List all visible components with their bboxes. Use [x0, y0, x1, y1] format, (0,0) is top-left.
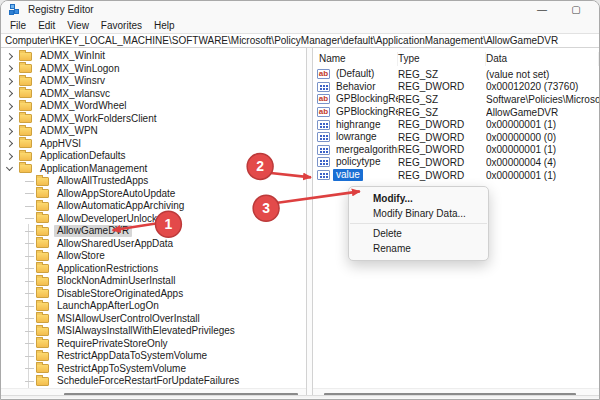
minimize-button[interactable]: — — [525, 1, 559, 18]
value-row-GPBlockingReg[interactable]: abGPBlockingReg...REG_SZSoftware\Policie… — [313, 93, 599, 106]
tree-item-label: AllowAllTrustedApps — [54, 175, 151, 187]
reg-dword-icon — [317, 145, 330, 155]
tree-item-ADMX_WorkFoldersClient[interactable]: ADMX_WorkFoldersClient — [1, 113, 306, 126]
folder-icon — [36, 264, 49, 273]
address-bar-input[interactable]: Computer\HKEY_LOCAL_MACHINE\SOFTWARE\Mic… — [1, 33, 599, 48]
tree-item-label: ADMX_Winsrv — [37, 75, 108, 87]
tree-item-AllowDeveloperUnlock[interactable]: AllowDeveloperUnlock — [1, 213, 306, 226]
window-title: Registry Editor — [28, 4, 94, 15]
folder-icon — [36, 252, 49, 261]
tree-item-label: MSIAlwaysInstallWithElevatedPrivileges — [54, 325, 238, 337]
tree-item-ScheduleForceRestartForUpdateFailures[interactable]: ScheduleForceRestartForUpdateFailures — [1, 375, 306, 388]
chevron-right-icon[interactable] — [6, 115, 13, 122]
tree-item-ADMX_WordWheel[interactable]: ADMX_WordWheel — [1, 100, 306, 113]
menu-separator — [350, 223, 487, 224]
folder-icon — [19, 52, 32, 61]
tree-item-AllowGameDVR[interactable]: AllowGameDVR — [1, 225, 306, 238]
tree-item-ApplicationRestrictions[interactable]: ApplicationRestrictions — [1, 263, 306, 276]
maximize-button[interactable]: ▢ — [559, 1, 593, 18]
tree-item-BlockNonAdminUserInstall[interactable]: BlockNonAdminUserInstall — [1, 275, 306, 288]
chevron-right-icon[interactable] — [6, 153, 13, 160]
chevron-right-icon[interactable] — [6, 53, 13, 60]
cell-name: Behavior — [313, 81, 398, 93]
tree-item-AppHVSI[interactable]: AppHVSI — [1, 138, 306, 151]
value-row-highrange[interactable]: highrangeREG_DWORD0x00000001 (1) — [313, 118, 599, 131]
folder-icon — [36, 189, 49, 198]
tree-branch-line — [25, 231, 34, 232]
context-menu-item-modify[interactable]: Modify... — [349, 191, 488, 206]
chevron-right-icon[interactable] — [6, 103, 13, 110]
tree-item-ApplicationDefaults[interactable]: ApplicationDefaults — [1, 150, 306, 163]
menu-view[interactable]: View — [61, 18, 95, 33]
cell-data: Software\Policies\Microsoft\Win — [486, 94, 599, 105]
tree-item-label: ApplicationManagement — [37, 163, 150, 175]
menu-edit[interactable]: Edit — [32, 18, 61, 33]
value-row-mergealgorithm[interactable]: mergealgorithmREG_DWORD0x00000001 (1) — [313, 144, 599, 157]
chevron-down-icon[interactable] — [6, 164, 13, 171]
value-row-policytype[interactable]: policytypeREG_DWORD0x00000004 (4) — [313, 156, 599, 169]
tree-item-AllowAppStoreAutoUpdate[interactable]: AllowAppStoreAutoUpdate — [1, 188, 306, 201]
chevron-right-icon[interactable] — [6, 65, 13, 72]
value-row-Behavior[interactable]: BehaviorREG_DWORD0x00012020 (73760) — [313, 81, 599, 94]
tree-item-ADMX_wlansvc[interactable]: ADMX_wlansvc — [1, 88, 306, 101]
tree-item-AllowAutomaticAppArchiving[interactable]: AllowAutomaticAppArchiving — [1, 200, 306, 213]
cell-name: abGPBlockingReg... — [313, 106, 398, 118]
folder-icon — [36, 239, 49, 248]
tree-item-label: AllowStore — [54, 250, 108, 262]
value-name-label: mergealgorithm — [333, 144, 398, 156]
menu-help[interactable]: Help — [148, 18, 181, 33]
tree-item-label: AllowGameDVR — [54, 225, 132, 237]
value-name-label: Behavior — [333, 81, 378, 93]
folder-icon — [36, 314, 49, 323]
tree-item-RestrictAppDataToSystemVolume[interactable]: RestrictAppDataToSystemVolume — [1, 350, 306, 363]
folder-icon — [36, 302, 49, 311]
tree-item-label: RestrictAppDataToSystemVolume — [54, 350, 210, 362]
value-row-lowrange[interactable]: lowrangeREG_DWORD0x00000000 (0) — [313, 131, 599, 144]
tree-item-LaunchAppAfterLogOn[interactable]: LaunchAppAfterLogOn — [1, 300, 306, 313]
tree-item-AllowSharedUserAppData[interactable]: AllowSharedUserAppData — [1, 238, 306, 251]
tree-item-ADMX_WPN[interactable]: ADMX_WPN — [1, 125, 306, 138]
tree-branch-line — [25, 256, 34, 257]
tree-item-DisableStoreOriginatedApps[interactable]: DisableStoreOriginatedApps — [1, 288, 306, 301]
tree-item-AllowAllTrustedApps[interactable]: AllowAllTrustedApps — [1, 175, 306, 188]
value-row-value[interactable]: valueREG_DWORD0x00000001 (1) — [313, 169, 599, 182]
folder-icon — [36, 177, 49, 186]
tree-item-MSIAlwaysInstallWithElevatedPrivileges[interactable]: MSIAlwaysInstallWithElevatedPrivileges — [1, 325, 306, 338]
cell-data: AllowGameDVR — [486, 107, 599, 118]
tree-item-label: AllowDeveloperUnlock — [54, 213, 160, 225]
column-header-name[interactable]: Name — [313, 52, 398, 66]
menu-file[interactable]: File — [4, 18, 32, 33]
tree-item-AllowStore[interactable]: AllowStore — [1, 250, 306, 263]
value-row-Default[interactable]: ab(Default)REG_SZ(value not set) — [313, 68, 599, 81]
tree-item-RestrictAppToSystemVolume[interactable]: RestrictAppToSystemVolume — [1, 363, 306, 376]
value-name-label: policytype — [333, 156, 383, 168]
context-menu-item-modifybinarydata[interactable]: Modify Binary Data... — [349, 206, 488, 221]
tree-item-label: DisableStoreOriginatedApps — [54, 288, 186, 300]
chevron-right-icon[interactable] — [6, 140, 13, 147]
cell-data: 0x00000001 (1) — [486, 170, 599, 181]
column-header-data[interactable]: Data — [486, 52, 599, 66]
reg-sz-icon: ab — [317, 107, 330, 117]
folder-icon — [36, 377, 49, 386]
context-menu-item-rename[interactable]: Rename — [349, 241, 488, 256]
tree-item-RequirePrivateStoreOnly[interactable]: RequirePrivateStoreOnly — [1, 338, 306, 351]
tree-item-MSIAllowUserControlOverInstall[interactable]: MSIAllowUserControlOverInstall — [1, 313, 306, 326]
tree-item-label: AllowAutomaticAppArchiving — [54, 200, 187, 212]
tree-item-ADMX_WinInit[interactable]: ADMX_WinInit — [1, 50, 306, 63]
value-name-label: highrange — [333, 119, 383, 131]
chevron-right-icon[interactable] — [6, 78, 13, 85]
menu-favorites[interactable]: Favorites — [95, 18, 148, 33]
value-row-GPBlockingReg[interactable]: abGPBlockingReg...REG_SZAllowGameDVR — [313, 106, 599, 119]
pane-splitter[interactable] — [306, 48, 313, 398]
tree-item-ADMX_Winsrv[interactable]: ADMX_Winsrv — [1, 75, 306, 88]
cell-type: REG_SZ — [398, 107, 486, 118]
tree-item-ApplicationManagement[interactable]: ApplicationManagement — [1, 163, 306, 176]
chevron-right-icon[interactable] — [6, 90, 13, 97]
reg-sz-icon: ab — [317, 94, 330, 104]
tree-item-ADMX_WinLogon[interactable]: ADMX_WinLogon — [1, 63, 306, 76]
title-bar: Registry Editor — ▢ — [1, 1, 599, 18]
context-menu-item-delete[interactable]: Delete — [349, 226, 488, 241]
tree-item-label: LaunchAppAfterLogOn — [54, 300, 162, 312]
chevron-right-icon[interactable] — [6, 128, 13, 135]
column-header-type[interactable]: Type — [398, 52, 486, 66]
